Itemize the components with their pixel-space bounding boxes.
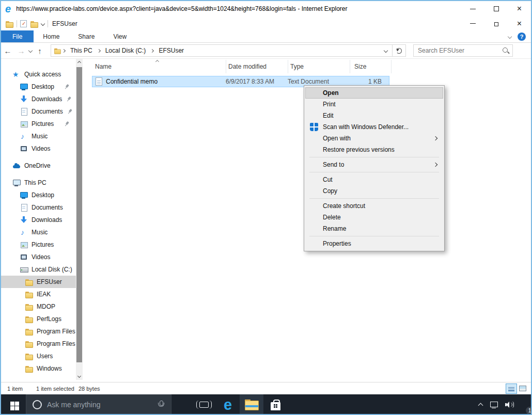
menu-item-rename[interactable]: Rename	[305, 223, 443, 234]
column-label: Date modified	[228, 63, 267, 70]
properties-shortcut-icon[interactable]	[20, 20, 27, 27]
sidebar-item-efsuser[interactable]: EFSUser	[1, 276, 76, 288]
sidebar-item-onedrive[interactable]: OneDrive	[1, 159, 76, 172]
sidebar-item-label: EFSUser	[37, 278, 62, 285]
sidebar-scrollbar[interactable]	[76, 59, 83, 380]
menu-item-label: Rename	[323, 225, 346, 232]
menu-item-send-to[interactable]: Send to	[305, 159, 443, 170]
refresh-button[interactable]	[393, 44, 406, 57]
ie-minimize-button[interactable]	[461, 1, 484, 17]
sidebar-item-this-pc[interactable]: This PC	[1, 177, 76, 189]
menu-item-scan-with-windows-defender[interactable]: Scan with Windows Defender...	[305, 121, 443, 133]
sidebar-item-program-files[interactable]: Program Files	[1, 325, 76, 338]
menu-item-cut[interactable]: Cut	[305, 174, 443, 185]
tab-view[interactable]: View	[104, 30, 136, 42]
menu-item-open-with[interactable]: Open with	[305, 133, 443, 144]
column-header-size[interactable]: Size	[350, 60, 392, 73]
file-explorer-icon	[245, 400, 258, 410]
sidebar-item-music[interactable]: Music	[1, 226, 76, 238]
sidebar-item-mdop[interactable]: MDOP	[1, 300, 76, 313]
back-button[interactable]: ←	[1, 46, 14, 55]
sidebar-item-label: Documents	[32, 204, 63, 211]
task-view-button[interactable]	[192, 394, 216, 415]
ie-maximize-button[interactable]	[484, 1, 508, 17]
sidebar-item-label: Windows	[37, 365, 62, 372]
menu-item-properties[interactable]: Properties	[305, 238, 443, 249]
menu-item-restore-previous-versions[interactable]: Restore previous versions	[305, 144, 443, 155]
breadcrumb-chevron-icon[interactable]	[62, 49, 66, 52]
expand-ribbon-chevron-icon[interactable]	[508, 34, 512, 38]
menu-item-copy[interactable]: Copy	[305, 185, 443, 197]
column-header-name[interactable]: Name	[92, 60, 226, 73]
sidebar-item-local-disk-c[interactable]: Local Disk (C:)	[1, 263, 76, 276]
column-label: Name	[95, 63, 112, 70]
recent-locations-chevron-icon[interactable]	[28, 49, 33, 53]
column-header-date-modified[interactable]: Date modified	[226, 60, 288, 73]
sidebar-item-desktop[interactable]: Desktop	[1, 189, 76, 201]
breadcrumb-efsuser[interactable]: EFSUser	[154, 47, 188, 54]
sidebar-item-videos-qa[interactable]: Videos	[1, 142, 76, 155]
menu-item-create-shortcut[interactable]: Create shortcut	[305, 200, 443, 212]
sidebar-item-users[interactable]: Users	[1, 350, 76, 362]
start-button[interactable]	[1, 394, 26, 415]
sidebar-item-documents[interactable]: Documents	[1, 201, 76, 214]
menu-item-print[interactable]: Print	[305, 99, 443, 110]
scroll-down-arrow-icon[interactable]	[76, 372, 83, 380]
sidebar-item-downloads-qa[interactable]: Downloads	[1, 93, 76, 105]
music-icon	[20, 228, 28, 236]
search-icon[interactable]	[502, 47, 509, 54]
breadcrumb-chevron-icon[interactable]	[97, 49, 101, 52]
ribbon-tabs: File Home Share View ?	[1, 30, 531, 43]
taskbar-search-box[interactable]: Ask me anything	[26, 394, 171, 415]
sidebar-item-desktop-qa[interactable]: Desktop	[1, 81, 76, 93]
tab-share[interactable]: Share	[69, 30, 104, 42]
sidebar-item-documents-qa[interactable]: Documents	[1, 105, 76, 118]
explorer-close-button[interactable]: ×	[508, 17, 531, 30]
menu-item-label: Open	[323, 89, 339, 97]
sidebar-item-quick-access[interactable]: Quick access	[1, 68, 76, 81]
breadcrumb-local-disk-c[interactable]: Local Disk (C:)	[101, 47, 150, 54]
up-button[interactable]: ↑	[33, 46, 46, 55]
address-breadcrumb-bar[interactable]: This PC Local Disk (C:) EFSUser	[51, 44, 393, 57]
downloads-icon	[20, 95, 28, 103]
tab-file[interactable]: File	[1, 30, 34, 42]
sidebar-item-perflogs[interactable]: PerfLogs	[1, 313, 76, 325]
sidebar-item-videos[interactable]: Videos	[1, 251, 76, 263]
tab-home[interactable]: Home	[34, 30, 69, 42]
hidden-icons-chevron-icon[interactable]	[478, 403, 483, 408]
column-header-type[interactable]: Type	[288, 60, 350, 73]
volume-icon[interactable]	[505, 401, 514, 408]
details-view-button[interactable]	[506, 384, 517, 393]
customize-toolbar-chevron-icon[interactable]	[41, 21, 45, 25]
address-dropdown-chevron-icon[interactable]	[380, 45, 392, 56]
scrollbar-thumb[interactable]	[76, 67, 82, 362]
ie-close-button[interactable]: ×	[508, 1, 531, 17]
sidebar-item-pictures[interactable]: Pictures	[1, 238, 76, 251]
scroll-up-arrow-icon[interactable]	[76, 59, 83, 67]
sidebar-item-music-qa[interactable]: Music	[1, 130, 76, 142]
microphone-icon[interactable]	[158, 401, 164, 409]
menu-item-edit[interactable]: Edit	[305, 110, 443, 121]
sidebar-item-windows[interactable]: Windows	[1, 362, 76, 375]
forward-button[interactable]: →	[14, 46, 28, 55]
address-bar-row: ← → ↑ This PC Local Disk (C:) EFSUser	[1, 43, 531, 59]
search-input[interactable]	[414, 47, 502, 54]
breadcrumb-this-pc[interactable]: This PC	[66, 47, 97, 54]
sidebar-item-program-files-x86[interactable]: Program Files (	[1, 338, 76, 350]
menu-item-open[interactable]: Open	[305, 87, 443, 99]
explorer-restore-button[interactable]	[484, 17, 508, 30]
help-icon[interactable]: ?	[518, 33, 526, 41]
sidebar-item-downloads[interactable]: Downloads	[1, 214, 76, 226]
sidebar-item-ieak[interactable]: IEAK	[1, 288, 76, 300]
pin-icon	[62, 83, 71, 91]
explorer-minimize-button[interactable]	[461, 17, 484, 30]
menu-item-delete[interactable]: Delete	[305, 212, 443, 223]
edge-taskbar-button[interactable]: e	[216, 394, 240, 415]
file-explorer-taskbar-button[interactable]	[240, 394, 263, 415]
network-icon[interactable]	[490, 401, 498, 408]
breadcrumb-chevron-icon[interactable]	[150, 49, 154, 52]
store-taskbar-button[interactable]	[263, 394, 287, 415]
new-folder-shortcut-icon[interactable]	[30, 20, 38, 28]
sidebar-item-pictures-qa[interactable]: Pictures	[1, 118, 76, 130]
thumbnails-view-button[interactable]	[518, 384, 528, 393]
